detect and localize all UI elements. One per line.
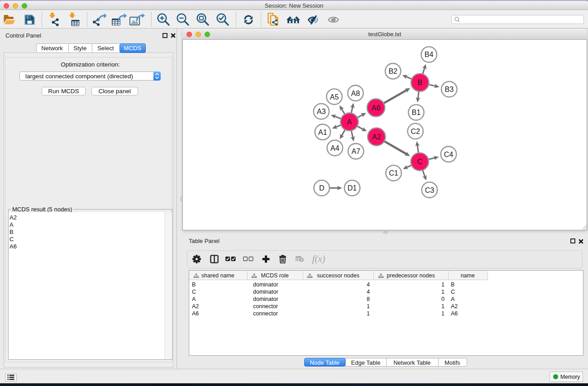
svg-text:C: C (417, 158, 422, 166)
svg-text:B3: B3 (445, 86, 454, 93)
svg-text:A6: A6 (372, 104, 381, 112)
svg-text:C2: C2 (411, 128, 420, 135)
svg-text:C3: C3 (425, 186, 435, 194)
svg-text:A1: A1 (318, 129, 327, 136)
svg-text:D1: D1 (348, 184, 357, 192)
svg-text:C4: C4 (444, 151, 454, 158)
svg-text:B: B (417, 79, 422, 86)
svg-text:A5: A5 (330, 93, 339, 101)
svg-text:A3: A3 (317, 108, 326, 115)
svg-text:C1: C1 (389, 169, 398, 177)
svg-text:B4: B4 (425, 51, 434, 58)
svg-text:A8: A8 (351, 90, 360, 97)
svg-text:B1: B1 (412, 109, 421, 116)
svg-text:A2: A2 (372, 133, 381, 141)
svg-text:A: A (347, 118, 352, 126)
svg-text:A4: A4 (330, 144, 339, 152)
svg-text:D: D (319, 184, 325, 192)
svg-text:B2: B2 (388, 67, 397, 75)
svg-text:A7: A7 (351, 148, 360, 155)
